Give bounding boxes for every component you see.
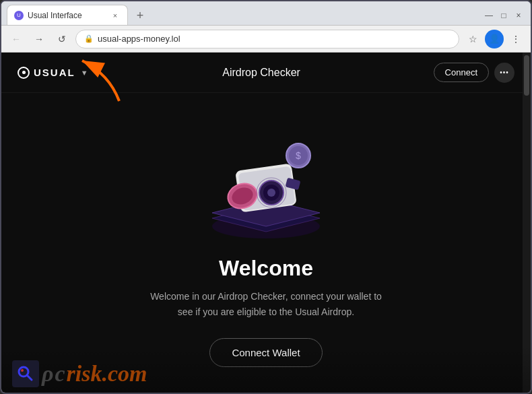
svg-point-8 [267, 189, 275, 197]
logo-circle-icon [18, 67, 30, 79]
logo-dropdown-icon[interactable]: ▼ [81, 69, 90, 77]
browser-tab[interactable]: U Usual Interface × [7, 5, 128, 25]
forward-button[interactable]: → [30, 30, 48, 48]
close-button[interactable]: × [512, 9, 525, 22]
window-controls: — □ × [482, 9, 525, 25]
scrollbar[interactable] [523, 53, 531, 393]
welcome-title: Welcome [219, 256, 313, 281]
back-button[interactable]: ← [7, 30, 26, 48]
svg-line-18 [28, 376, 32, 381]
pcrisk-text: ρcrisk.com [42, 361, 147, 387]
scrollbar-thumb[interactable] [524, 55, 529, 96]
reload-button[interactable]: ↺ [53, 30, 71, 48]
tab-favicon: U [14, 11, 24, 20]
profile-button[interactable]: 👤 [485, 30, 504, 48]
logo-dot [22, 71, 26, 74]
website-content: USUAL ▼ Airdrop Checker Connect ••• [1, 53, 531, 393]
svg-point-17 [21, 369, 24, 372]
lock-icon: 🔒 [84, 34, 94, 43]
pcrisk-logo: ρcrisk.com [12, 360, 147, 387]
tab-close-button[interactable]: × [110, 10, 121, 21]
tab-title: Usual Interface [28, 11, 106, 20]
url-text: usual-apps-money.lol [98, 34, 180, 44]
bookmark-button[interactable]: ☆ [463, 30, 482, 48]
logo-text: USUAL [34, 67, 75, 78]
nav-more-button[interactable]: ••• [494, 63, 514, 83]
wallet-illustration: $ [192, 119, 340, 240]
nav-connect-button[interactable]: Connect [434, 63, 489, 82]
address-right-icons: ☆ 👤 ⋮ [463, 30, 525, 48]
maximize-button[interactable]: □ [497, 9, 510, 22]
site-nav: USUAL ▼ Airdrop Checker Connect ••• [1, 53, 531, 93]
new-tab-button[interactable]: + [131, 6, 149, 25]
svg-text:$: $ [296, 150, 301, 161]
url-bar[interactable]: 🔒 usual-apps-money.lol [75, 30, 459, 48]
tab-bar: U Usual Interface × + — □ × [1, 1, 531, 26]
more-options-button[interactable]: ⋮ [506, 30, 525, 48]
pcrisk-icon [12, 360, 39, 387]
browser-frame: U Usual Interface × + — □ × ← → ↺ 🔒 usua… [0, 0, 532, 394]
site-logo: USUAL ▼ [18, 67, 90, 79]
welcome-description: Welcome in our Airdrop Checker, connect … [145, 289, 387, 319]
watermark: ρcrisk.com [1, 346, 531, 393]
nav-title: Airdrop Checker [90, 67, 434, 79]
address-bar: ← → ↺ 🔒 usual-apps-money.lol ☆ 👤 ⋮ [1, 26, 531, 53]
nav-actions: Connect ••• [434, 63, 514, 83]
minimize-button[interactable]: — [482, 9, 496, 22]
